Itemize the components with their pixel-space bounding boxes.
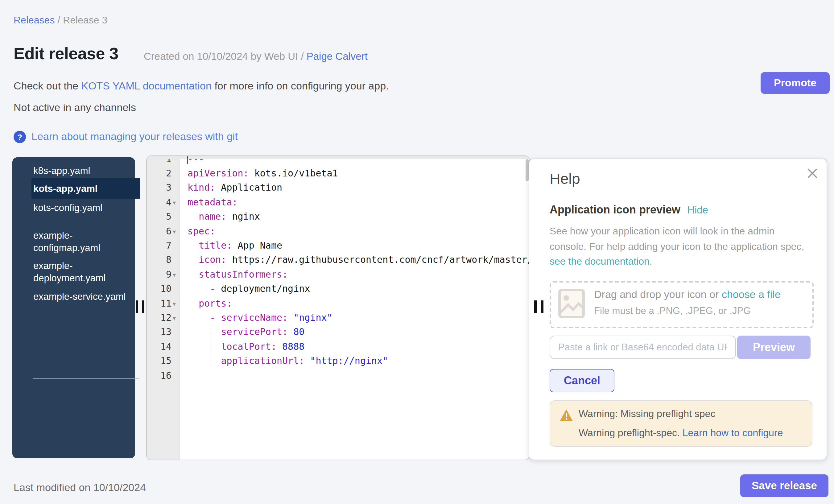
- warning-detail: Warning preflight-spec. Learn how to con…: [578, 428, 783, 439]
- help-panel-title: Help: [550, 170, 580, 188]
- fold-arrow-icon[interactable]: ▾: [173, 297, 176, 311]
- intro-pre: Check out the: [14, 80, 81, 92]
- warning-icon: [559, 409, 573, 421]
- cancel-button[interactable]: Cancel: [550, 369, 614, 392]
- sidebar-file-item[interactable]: example-deployment.yaml: [33, 260, 139, 284]
- created-text: Created on 10/10/2024 by Web UI /: [144, 50, 307, 62]
- code-line[interactable]: name: nginx: [188, 210, 260, 224]
- intro-line: Check out the KOTS YAML documentation fo…: [14, 80, 389, 92]
- code-line[interactable]: servicePort: 80: [188, 325, 304, 340]
- line-number: 10: [147, 282, 172, 297]
- created-author-link[interactable]: Paige Calvert: [307, 50, 368, 62]
- save-release-button[interactable]: Save release: [740, 475, 829, 497]
- close-icon[interactable]: [807, 168, 818, 179]
- breadcrumb-current: / Release 3: [54, 15, 107, 25]
- code-line[interactable]: spec:: [188, 224, 215, 239]
- help-panel-resize-handle-bar[interactable]: [541, 301, 544, 313]
- release-editor-page: Releases / Release 3 Edit release 3 Crea…: [0, 0, 834, 504]
- line-number: 12: [147, 311, 172, 325]
- code-line[interactable]: apiVersion: kots.io/v1beta1: [188, 167, 338, 181]
- breadcrumb: Releases / Release 3: [14, 15, 107, 26]
- line-number: 8: [147, 253, 172, 268]
- learn-configure-link[interactable]: Learn how to configure: [683, 428, 783, 438]
- line-number: 7: [147, 239, 172, 253]
- git-help-row: ? Learn about managing your releases wit…: [14, 131, 238, 143]
- code-line[interactable]: metadata:: [188, 195, 238, 210]
- line-number: 5: [147, 210, 172, 224]
- editor-gutter: 1234▾56▾789▾1011▾12▾13141516: [147, 156, 180, 460]
- line-number: 4: [147, 195, 172, 210]
- choose-file-link[interactable]: choose a file: [722, 289, 781, 301]
- indent-guide: [210, 325, 210, 369]
- help-panel-resize-handle-bar[interactable]: [534, 301, 537, 313]
- code-line[interactable]: - serviceName: "nginx": [188, 311, 332, 325]
- line-number: 11: [147, 297, 172, 311]
- code-line[interactable]: kind: Application: [188, 181, 282, 196]
- sidebar-file-item[interactable]: kots-app.yaml: [33, 182, 139, 195]
- sidebar-file-item[interactable]: kots-config.yaml: [33, 202, 139, 214]
- fold-arrow-icon[interactable]: ▾: [173, 224, 176, 239]
- fold-arrow-icon[interactable]: ▾: [173, 267, 176, 282]
- file-sidebar: k8s-app.yamlkots-app.yamlkots-config.yam…: [12, 157, 135, 458]
- line-number: 16: [147, 369, 172, 383]
- line-number: 14: [147, 339, 172, 354]
- screenshot-viewport: Releases / Release 3 Edit release 3 Crea…: [0, 0, 834, 504]
- line-number: 15: [147, 354, 172, 369]
- code-line[interactable]: - deployment/nginx: [188, 282, 310, 297]
- sidebar-divider: [33, 378, 139, 379]
- git-releases-link[interactable]: Learn about managing your releases with …: [31, 131, 238, 143]
- line-number: 6: [147, 224, 172, 239]
- yaml-editor[interactable]: 1234▾56▾789▾1011▾12▾13141516 ---apiVersi…: [146, 155, 530, 460]
- fold-arrow-icon[interactable]: ▾: [173, 195, 176, 210]
- created-info: Created on 10/10/2024 by Web UI / Paige …: [144, 50, 368, 62]
- dropzone-text: Drag and drop your icon or choose a file: [594, 289, 781, 301]
- image-placeholder-icon: [558, 289, 585, 318]
- fold-arrow-icon[interactable]: ▾: [173, 311, 176, 325]
- icon-preview-heading: Application icon previewHide: [550, 203, 708, 217]
- warning-box: Warning: Missing preflight spec Warning …: [550, 400, 812, 447]
- line-number: 9: [147, 267, 172, 282]
- code-line[interactable]: statusInformers:: [188, 267, 288, 282]
- breadcrumb-releases-link[interactable]: Releases: [14, 15, 54, 25]
- sidebar-file-item[interactable]: k8s-app.yaml: [33, 165, 139, 177]
- editor-scrollbar[interactable]: [526, 159, 529, 181]
- promote-button[interactable]: Promote: [761, 72, 830, 94]
- sidebar-file-item[interactable]: example-service.yaml: [33, 290, 139, 303]
- help-panel: Help Application icon previewHide See ho…: [529, 158, 827, 460]
- icon-dropzone[interactable]: [550, 281, 814, 328]
- kots-yaml-doc-link[interactable]: KOTS YAML documentation: [81, 80, 212, 92]
- code-line[interactable]: ports:: [188, 297, 232, 311]
- intro-post: for more info on configuring your app.: [212, 80, 389, 92]
- dropzone-filetypes: File must be a .PNG, .JPEG, or .JPG: [594, 305, 751, 316]
- last-modified-text: Last modified on 10/10/2024: [14, 482, 146, 494]
- editor-cursor: [187, 155, 188, 164]
- description-text: See how your application icon will look …: [550, 226, 804, 251]
- channel-status-text: Not active in any channels: [14, 102, 136, 114]
- icon-preview-title: Application icon preview: [550, 203, 680, 216]
- icon-preview-description: See how your application icon will look …: [550, 224, 812, 269]
- warning-title: Warning: Missing preflight spec: [578, 409, 715, 419]
- hide-link[interactable]: Hide: [687, 204, 708, 215]
- sidebar-resize-handle-bar[interactable]: [142, 301, 144, 313]
- code-line[interactable]: title: App Name: [188, 239, 282, 253]
- icon-url-input[interactable]: [550, 335, 736, 359]
- code-line[interactable]: icon: https://raw.githubusercontent.com/…: [188, 253, 530, 268]
- code-line[interactable]: applicationUrl: "http://nginx": [188, 354, 388, 369]
- sidebar-resize-handle-bar[interactable]: [136, 301, 138, 313]
- sidebar-file-item[interactable]: example-configmap.yaml: [33, 229, 139, 254]
- line-number: 3: [147, 181, 172, 196]
- code-line[interactable]: localPort: 8888: [188, 339, 304, 354]
- preview-button[interactable]: Preview: [737, 335, 811, 359]
- line-number: 13: [147, 325, 172, 340]
- editor-top-strip: [147, 156, 529, 159]
- question-icon: ?: [14, 131, 26, 143]
- page-title: Edit release 3: [14, 44, 118, 64]
- see-documentation-link[interactable]: see the documentation: [550, 256, 650, 266]
- line-number: 2: [147, 167, 172, 181]
